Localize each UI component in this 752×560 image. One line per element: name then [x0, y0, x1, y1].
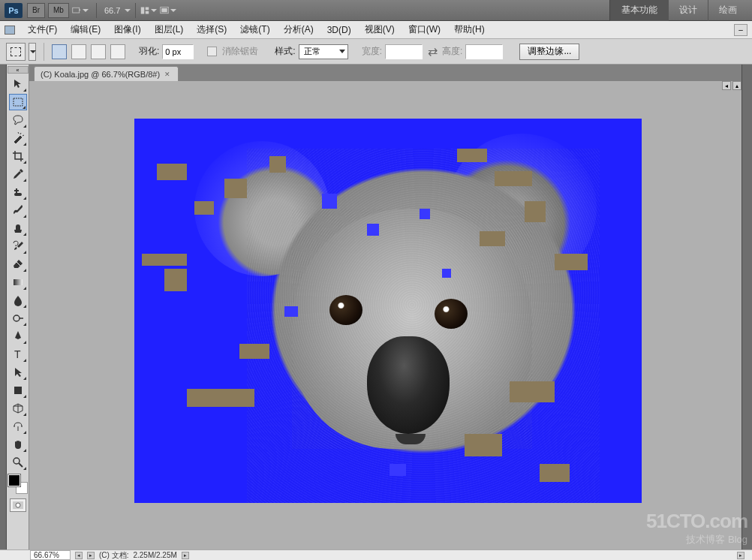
- arrange-docs-icon[interactable]: [140, 3, 157, 18]
- quickmask-icon[interactable]: [10, 498, 26, 512]
- gradient-tool-icon[interactable]: [9, 274, 27, 291]
- marquee-tool-icon[interactable]: [9, 94, 27, 110]
- svg-rect-7: [14, 193, 22, 196]
- svg-point-16: [16, 503, 20, 507]
- workspace-tab-design[interactable]: 设计: [668, 0, 708, 21]
- swap-dimensions-icon: ⇄: [426, 45, 439, 59]
- svg-rect-5: [162, 8, 168, 12]
- menu-edit[interactable]: 编辑(E): [64, 21, 107, 39]
- close-tab-icon[interactable]: ✕: [164, 71, 172, 78]
- svg-rect-3: [146, 11, 149, 14]
- status-doc-label: (C) 文档:: [99, 550, 128, 561]
- right-dock-strip[interactable]: [741, 65, 752, 551]
- status-zoom[interactable]: 66.67%: [30, 550, 71, 560]
- status-scroll-right-icon[interactable]: ▸: [87, 552, 95, 559]
- refine-edge-button[interactable]: 调整边缘...: [519, 44, 579, 60]
- menu-window[interactable]: 窗口(W): [402, 21, 447, 39]
- menu-3d[interactable]: 3D(D): [320, 21, 358, 39]
- menu-file[interactable]: 文件(F): [21, 21, 64, 39]
- image-content: [367, 336, 450, 434]
- minibridge-button[interactable]: Mb: [48, 3, 69, 18]
- document-tab[interactable]: (C) Koala.jpg @ 66.7%(RGB/8#) ✕: [34, 66, 179, 81]
- minimize-icon[interactable]: –: [734, 24, 747, 36]
- menu-select[interactable]: 选择(S): [190, 21, 233, 39]
- options-bar: 羽化: 消除锯齿 样式: 正常 宽度: ⇄ 高度: 调整边缘...: [0, 39, 752, 65]
- svg-rect-2: [146, 7, 149, 10]
- 3d-camera-tool-icon[interactable]: [9, 418, 27, 435]
- eraser-tool-icon[interactable]: [9, 256, 27, 272]
- status-scroll-left-icon[interactable]: ◂: [75, 552, 83, 559]
- move-tool-icon[interactable]: [9, 76, 27, 92]
- dodge-tool-icon[interactable]: [9, 310, 27, 327]
- menubar: 文件(F) 编辑(E) 图像(I) 图层(L) 选择(S) 滤镜(T) 分析(A…: [0, 21, 752, 39]
- menu-help[interactable]: 帮助(H): [447, 21, 492, 39]
- document-area: (C) Koala.jpg @ 66.7%(RGB/8#) ✕ ◂ ▴: [29, 65, 741, 551]
- status-scroll-right2-icon[interactable]: ▸: [737, 552, 744, 559]
- separator: [135, 3, 136, 18]
- scroll-left-icon[interactable]: ◂: [722, 81, 731, 90]
- svg-rect-1: [141, 7, 145, 14]
- width-label: 宽度:: [362, 45, 382, 58]
- shape-tool-icon[interactable]: [9, 382, 27, 399]
- menu-analysis[interactable]: 分析(A): [277, 21, 320, 39]
- workspace-tab-paint[interactable]: 绘画: [708, 0, 747, 21]
- width-input: [385, 44, 423, 59]
- menu-layer[interactable]: 图层(L): [148, 21, 191, 39]
- path-selection-tool-icon[interactable]: [9, 364, 27, 381]
- svg-rect-9: [14, 190, 19, 191]
- history-brush-tool-icon[interactable]: [9, 238, 27, 254]
- menu-view[interactable]: 视图(V): [358, 21, 402, 39]
- tool-preset-dropdown[interactable]: [29, 43, 36, 61]
- selection-subtract-icon[interactable]: [91, 44, 106, 59]
- 3d-tools-icon[interactable]: [9, 400, 27, 417]
- toolbox-collapse-icon[interactable]: «: [8, 66, 29, 74]
- magic-wand-tool-icon[interactable]: [9, 130, 27, 146]
- canvas-viewport[interactable]: ◂ ▴: [29, 81, 741, 551]
- svg-rect-13: [14, 387, 22, 394]
- type-tool-icon[interactable]: T: [9, 346, 27, 363]
- screen-mode-icon[interactable]: [160, 3, 176, 18]
- hand-tool-icon[interactable]: [9, 436, 27, 453]
- status-doc-size: 2.25M/2.25M: [133, 551, 176, 559]
- foreground-color-swatch[interactable]: [8, 474, 20, 486]
- feather-label: 羽化:: [139, 45, 159, 58]
- svg-rect-0: [73, 8, 80, 13]
- pen-tool-icon[interactable]: [9, 328, 27, 345]
- selection-intersect-icon[interactable]: [110, 44, 125, 59]
- blur-tool-icon[interactable]: [9, 292, 27, 309]
- feather-input[interactable]: [162, 44, 194, 59]
- image-content: [329, 295, 362, 325]
- height-label: 高度:: [442, 45, 462, 58]
- style-select[interactable]: 正常: [299, 44, 348, 59]
- tool-preset-icon[interactable]: [6, 43, 26, 61]
- clone-stamp-tool-icon[interactable]: [9, 220, 27, 236]
- color-swatch[interactable]: [8, 474, 28, 494]
- healing-brush-tool-icon[interactable]: [9, 184, 27, 200]
- document-tab-title: (C) Koala.jpg @ 66.7%(RGB/8#): [41, 70, 160, 79]
- toolbox: « T: [7, 65, 29, 551]
- document-tabbar: (C) Koala.jpg @ 66.7%(RGB/8#) ✕: [29, 65, 741, 81]
- zoom-level[interactable]: 66.7: [101, 6, 123, 15]
- eyedropper-tool-icon[interactable]: [9, 166, 27, 182]
- style-label: 样式:: [275, 45, 295, 58]
- status-menu-icon[interactable]: ▸: [182, 552, 189, 559]
- zoom-drop-icon[interactable]: [125, 9, 131, 12]
- ps-file-icon: [5, 26, 15, 35]
- svg-rect-6: [14, 98, 23, 106]
- lasso-tool-icon[interactable]: [9, 112, 27, 128]
- brush-tool-icon[interactable]: [9, 202, 27, 218]
- view-extras-icon[interactable]: [72, 3, 89, 18]
- scroll-up-icon[interactable]: ▴: [732, 81, 741, 90]
- selection-add-icon[interactable]: [71, 44, 86, 59]
- selection-new-icon[interactable]: [52, 44, 67, 59]
- canvas[interactable]: [134, 119, 642, 503]
- antialias-label: 消除锯齿: [222, 45, 258, 58]
- menu-image[interactable]: 图像(I): [107, 21, 147, 39]
- left-dock-strip[interactable]: [0, 65, 7, 551]
- bridge-button[interactable]: Br: [27, 3, 45, 18]
- zoom-tool-icon[interactable]: [9, 454, 27, 471]
- workspace-tab-basic[interactable]: 基本功能: [610, 0, 668, 21]
- menu-filter[interactable]: 滤镜(T): [233, 21, 276, 39]
- statusbar: 66.67% ◂ ▸ (C) 文档: 2.25M/2.25M ▸ ▸: [0, 549, 752, 560]
- crop-tool-icon[interactable]: [9, 148, 27, 164]
